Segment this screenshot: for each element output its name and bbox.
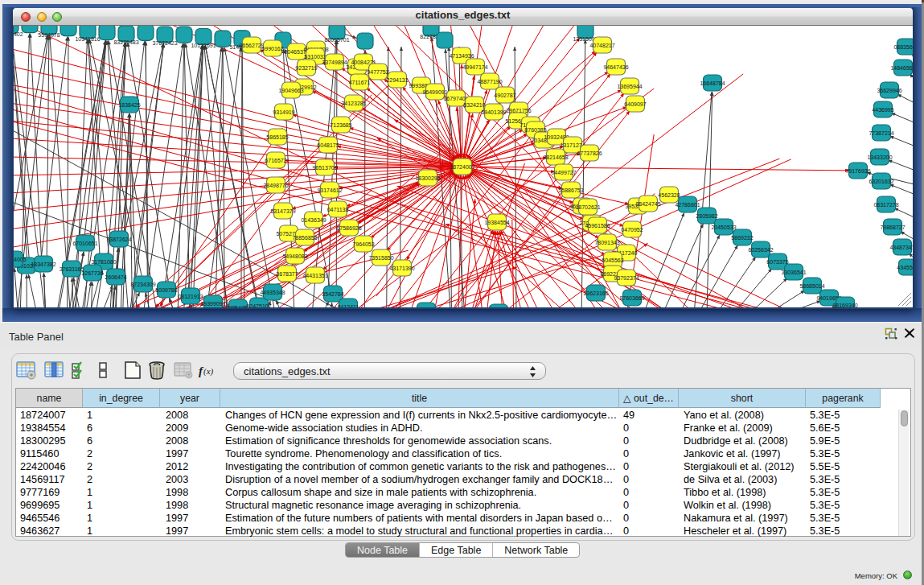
svg-text:28498776: 28498776 bbox=[263, 183, 288, 188]
svg-text:98169340: 98169340 bbox=[832, 303, 857, 308]
svg-text:58685014: 58685014 bbox=[799, 283, 824, 289]
svg-text:4345581: 4345581 bbox=[897, 265, 913, 270]
svg-text:04499727: 04499727 bbox=[551, 170, 576, 175]
svg-text:33872624: 33872624 bbox=[106, 237, 131, 242]
svg-text:2805982: 2805982 bbox=[696, 213, 717, 219]
svg-text:96513709: 96513709 bbox=[312, 165, 337, 171]
svg-text:87234309: 87234309 bbox=[130, 282, 155, 287]
svg-text:63201632: 63201632 bbox=[869, 179, 893, 184]
svg-text:14846564: 14846564 bbox=[890, 65, 913, 71]
svg-text:43171390: 43171390 bbox=[389, 266, 414, 271]
svg-text:3678377: 3678377 bbox=[276, 271, 298, 277]
svg-text:13695944: 13695944 bbox=[617, 84, 642, 89]
svg-text:6073375: 6073375 bbox=[766, 259, 788, 265]
svg-text:88424745: 88424745 bbox=[635, 201, 660, 207]
svg-text:54948083: 54948083 bbox=[282, 253, 307, 259]
svg-text:2294131: 2294131 bbox=[386, 77, 408, 83]
svg-text:08317278: 08317278 bbox=[873, 202, 898, 208]
svg-text:49947174: 49947174 bbox=[462, 64, 487, 70]
svg-text:18702621: 18702621 bbox=[575, 204, 600, 210]
svg-text:33749894: 33749894 bbox=[322, 60, 347, 65]
svg-text:4711671: 4711671 bbox=[349, 80, 371, 85]
svg-text:86379402: 86379402 bbox=[14, 31, 23, 37]
svg-text:44431351: 44431351 bbox=[302, 273, 327, 278]
svg-text:55886753: 55886753 bbox=[558, 187, 583, 193]
svg-text:5869232: 5869232 bbox=[731, 235, 753, 241]
svg-text:79868727: 79868727 bbox=[880, 225, 905, 230]
svg-text:(x): (x) bbox=[203, 366, 214, 377]
svg-text:01436349: 01436349 bbox=[301, 217, 326, 223]
svg-text:88095701: 88095701 bbox=[324, 37, 349, 43]
svg-text:83276483: 83276483 bbox=[113, 39, 138, 45]
svg-text:19049663: 19049663 bbox=[278, 88, 303, 93]
svg-text:6409097: 6409097 bbox=[624, 101, 646, 107]
svg-text:37631165: 37631165 bbox=[60, 266, 84, 272]
svg-text:19384554: 19384554 bbox=[484, 220, 509, 225]
svg-text:31781080: 31781080 bbox=[91, 259, 116, 265]
svg-text:18347382: 18347382 bbox=[31, 262, 55, 267]
svg-text:40164005: 40164005 bbox=[14, 257, 27, 262]
svg-text:6716572: 6716572 bbox=[265, 158, 286, 163]
svg-text:34123281: 34123281 bbox=[341, 101, 366, 106]
svg-text:2606474: 2606474 bbox=[105, 274, 126, 280]
svg-text:94647436: 94647436 bbox=[603, 64, 628, 70]
svg-text:0471138: 0471138 bbox=[327, 207, 349, 212]
svg-text:9232719: 9232719 bbox=[295, 65, 317, 71]
svg-text:62475107: 62475107 bbox=[246, 303, 271, 308]
svg-text:36629946: 36629946 bbox=[877, 88, 901, 93]
svg-text:08835615: 08835615 bbox=[893, 44, 913, 50]
svg-text:5009788: 5009788 bbox=[155, 287, 177, 293]
svg-text:40748217: 40748217 bbox=[589, 43, 614, 48]
svg-text:98214658: 98214658 bbox=[543, 154, 568, 160]
svg-text:4436995: 4436995 bbox=[872, 107, 893, 113]
svg-text:23623166: 23623166 bbox=[583, 290, 608, 296]
svg-text:4562328: 4562328 bbox=[658, 192, 680, 198]
svg-text:77387214: 77387214 bbox=[869, 130, 893, 136]
svg-text:96499091: 96499091 bbox=[422, 89, 447, 95]
svg-text:67586926: 67586926 bbox=[336, 225, 361, 231]
svg-text:4902787: 4902787 bbox=[494, 93, 515, 98]
svg-text:08121913: 08121913 bbox=[178, 294, 203, 299]
svg-text:73515850: 73515850 bbox=[368, 255, 393, 261]
svg-text:20450533: 20450533 bbox=[711, 225, 736, 230]
svg-text:5310033: 5310033 bbox=[304, 54, 326, 60]
svg-text:1838425: 1838425 bbox=[118, 102, 140, 108]
svg-text:87603669: 87603669 bbox=[619, 295, 644, 301]
svg-text:79176936: 79176936 bbox=[845, 168, 870, 174]
svg-text:10341316: 10341316 bbox=[75, 36, 100, 42]
svg-text:67010651: 67010651 bbox=[72, 241, 97, 246]
svg-text:93792374: 93792374 bbox=[614, 275, 639, 281]
svg-text:37672423: 37672423 bbox=[152, 40, 177, 46]
svg-text:9477752: 9477752 bbox=[367, 69, 388, 75]
svg-text:18300295: 18300295 bbox=[415, 175, 440, 181]
svg-text:5594078: 5594078 bbox=[38, 32, 60, 38]
svg-text:7123685: 7123685 bbox=[330, 122, 351, 128]
svg-text:5045562: 5045562 bbox=[602, 257, 623, 263]
svg-text:3267736: 3267736 bbox=[81, 270, 103, 276]
svg-text:78091343: 78091343 bbox=[594, 240, 619, 245]
svg-text:44935348: 44935348 bbox=[260, 290, 285, 295]
svg-text:10122691: 10122691 bbox=[191, 43, 216, 48]
svg-text:93174612: 93174612 bbox=[317, 187, 342, 193]
svg-text:3542784: 3542784 bbox=[322, 291, 343, 297]
svg-text:60256342: 60256342 bbox=[748, 247, 773, 253]
svg-text:48877190: 48877190 bbox=[477, 79, 502, 84]
svg-text:06562729: 06562729 bbox=[239, 43, 264, 48]
svg-text:9314919: 9314919 bbox=[273, 109, 294, 115]
svg-text:78856855: 78856855 bbox=[292, 235, 317, 241]
svg-text:53147379: 53147379 bbox=[270, 208, 295, 214]
svg-text:47134936: 47134936 bbox=[449, 53, 474, 59]
svg-text:18724007: 18724007 bbox=[450, 164, 474, 170]
svg-text:67737826: 67737826 bbox=[577, 150, 602, 156]
svg-text:59401399: 59401399 bbox=[481, 109, 506, 115]
svg-text:0470952: 0470952 bbox=[621, 227, 643, 233]
svg-text:8412411: 8412411 bbox=[338, 304, 359, 308]
svg-text:33036541: 33036541 bbox=[781, 270, 806, 275]
svg-text:16648784: 16648784 bbox=[700, 80, 725, 86]
svg-text:43487347: 43487347 bbox=[889, 245, 913, 250]
svg-text:7964053: 7964053 bbox=[352, 241, 374, 247]
svg-text:8324210: 8324210 bbox=[463, 102, 485, 108]
svg-text:6048175: 6048175 bbox=[317, 142, 339, 148]
svg-text:42786801: 42786801 bbox=[675, 202, 700, 208]
svg-text:6990162: 6990162 bbox=[261, 46, 283, 51]
